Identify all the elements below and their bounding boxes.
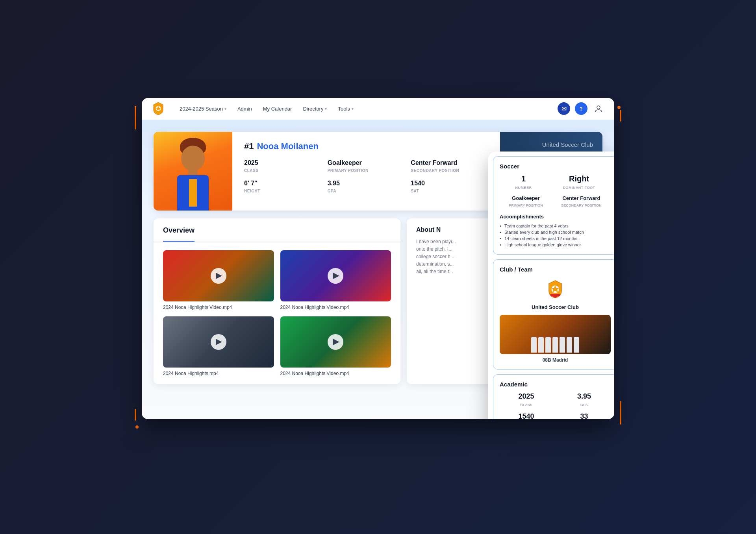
main-content: #1 Nooa Moilanen 2025 CLASS Goalkeeper P…: [142, 120, 614, 419]
mobile-secondary-pos-label: SECONDARY POSITION: [561, 203, 602, 207]
mobile-secondary-pos: Center Forward SECONDARY POSITION: [561, 195, 602, 208]
stat-height: 6' 7" HEIGHT: [244, 180, 321, 194]
season-chevron-icon: ▾: [224, 107, 226, 111]
tab-overview[interactable]: Overview: [163, 226, 195, 242]
academic-section-title: Academic: [500, 381, 611, 388]
stat-gpa-label: GPA: [328, 189, 336, 193]
stat-primary-pos-label: PRIMARY POSITION: [328, 168, 369, 173]
player-jersey: [177, 175, 209, 211]
user-menu-button[interactable]: [592, 102, 605, 115]
academic-sat: 1540 SAT: [500, 412, 553, 419]
accomplishment-1: Team captain for the past 4 years: [500, 223, 611, 229]
player-photo-area: [154, 132, 232, 211]
player-stats-grid: 2025 CLASS Goalkeeper PRIMARY POSITION C…: [244, 159, 488, 194]
app-logo[interactable]: [151, 102, 165, 116]
stat-class-value: 2025: [244, 159, 321, 166]
nav-admin[interactable]: Admin: [233, 103, 257, 115]
stat-sat-label: SAT: [411, 189, 419, 193]
player-name-row: #1 Nooa Moilanen: [244, 141, 488, 152]
mobile-secondary-pos-value: Center Forward: [561, 195, 602, 201]
team-figure-4: [552, 337, 558, 353]
video-thumb-4[interactable]: [280, 316, 391, 368]
nav-tools[interactable]: Tools ▾: [333, 103, 358, 115]
team-figure-3: [545, 337, 551, 353]
accomplishment-4: High school league golden glove winner: [500, 242, 611, 248]
video-name-4: 2024 Nooa Highlights Video.mp4: [280, 371, 391, 376]
nav-bar: 2024-2025 Season ▾ Admin My Calendar Dir…: [142, 98, 614, 120]
play-icon-1: [216, 273, 222, 279]
deco-dot-top-right: [617, 106, 621, 109]
team-photo: [500, 315, 611, 354]
academic-sat-value: 1540: [500, 412, 553, 419]
mobile-number-value: 1: [515, 174, 532, 183]
svg-point-1: [597, 106, 600, 109]
club-logo: [543, 277, 567, 301]
mobile-primary-pos-value: Goalkeeper: [509, 195, 543, 201]
mobile-stat-number: 1 NUMBER: [515, 174, 532, 190]
video-thumb-2[interactable]: [280, 250, 391, 301]
video-thumb-3[interactable]: [163, 316, 274, 368]
mobile-club-name: United Soccer Club: [500, 304, 611, 310]
team-figure-7: [574, 337, 579, 353]
nav-season[interactable]: 2024-2025 Season ▾: [175, 103, 231, 115]
tabs-header: Overview: [154, 218, 400, 242]
academic-class: 2025 CLASS: [500, 392, 553, 408]
deco-line-top-left: [135, 106, 136, 129]
play-button-4[interactable]: [328, 334, 343, 350]
stat-secondary-pos-label: SECONDARY POSITION: [411, 168, 459, 173]
team-figure-1: [531, 337, 537, 353]
academic-class-label: CLASS: [520, 403, 532, 407]
deco-dot-bottom-left: [135, 425, 139, 429]
club-section-title: Club / Team: [500, 266, 611, 273]
mobile-primary-pos: Goalkeeper PRIMARY POSITION: [509, 195, 543, 208]
mail-button[interactable]: ✉: [558, 102, 570, 115]
stat-secondary-pos: Center Forward SECONDARY POSITION: [411, 159, 488, 174]
video-item-4: 2024 Nooa Highlights Video.mp4: [280, 316, 391, 376]
academic-gpa-label: GPA: [580, 403, 588, 407]
play-button-1[interactable]: [211, 268, 226, 284]
player-head: [181, 146, 205, 171]
directory-chevron-icon: ▾: [325, 107, 327, 111]
stat-primary-pos: Goalkeeper PRIMARY POSITION: [328, 159, 405, 174]
mobile-card: Soccer 1 NUMBER Right DOMINANT FOOT: [488, 152, 614, 419]
team-figure-5: [560, 337, 565, 353]
nav-calendar[interactable]: My Calendar: [258, 103, 297, 115]
stat-height-label: HEIGHT: [244, 189, 260, 193]
video-item-1: 2024 Nooa Highlights Video.mp4: [163, 250, 274, 310]
nav-right: ✉ ?: [558, 102, 605, 115]
video-name-1: 2024 Nooa Highlights Video.mp4: [163, 305, 274, 310]
accomplishment-3: 14 clean sheets in the past 12 months: [500, 235, 611, 242]
mobile-foot-value: Right: [563, 174, 595, 183]
player-name: Nooa Moilanen: [257, 141, 318, 152]
deco-line-bottom-right: [620, 401, 621, 425]
team-figures: [531, 337, 579, 354]
help-button[interactable]: ?: [575, 102, 587, 115]
stat-class-label: CLASS: [244, 168, 258, 173]
academic-grid: 2025 CLASS 3.95 GPA 1540 SAT 33: [500, 392, 611, 419]
mobile-foot-label: DOMINANT FOOT: [563, 186, 595, 190]
deco-line-bottom-left: [135, 409, 136, 421]
team-name: 08B Madrid: [500, 357, 611, 363]
play-icon-2: [333, 273, 339, 279]
soccer-stats-row: 1 NUMBER Right DOMINANT FOOT: [500, 174, 611, 190]
play-button-3[interactable]: [211, 334, 226, 350]
stat-sat-value: 1540: [411, 180, 488, 187]
play-icon-4: [333, 339, 339, 345]
academic-act-value: 33: [558, 412, 611, 419]
video-item-3: 2024 Nooa Highlights.mp4: [163, 316, 274, 376]
stat-height-value: 6' 7": [244, 180, 321, 187]
academic-gpa: 3.95 GPA: [558, 392, 611, 408]
video-name-2: 2024 Nooa Highlights Video.mp4: [280, 305, 391, 310]
video-thumb-1[interactable]: [163, 250, 274, 301]
academic-class-value: 2025: [500, 392, 553, 401]
jersey-stripe: [189, 179, 197, 207]
nav-directory[interactable]: Directory ▾: [298, 103, 332, 115]
play-button-2[interactable]: [328, 268, 343, 284]
video-name-3: 2024 Nooa Highlights.mp4: [163, 371, 274, 376]
club-name: United Soccer Club: [542, 141, 593, 148]
desktop-browser-card: 2024-2025 Season ▾ Admin My Calendar Dir…: [142, 98, 614, 419]
mobile-number-label: NUMBER: [515, 186, 532, 190]
stat-gpa-value: 3.95: [328, 180, 405, 187]
tools-chevron-icon: ▾: [352, 107, 354, 111]
mobile-club-section: Club / Team United Soccer Club: [493, 259, 614, 370]
